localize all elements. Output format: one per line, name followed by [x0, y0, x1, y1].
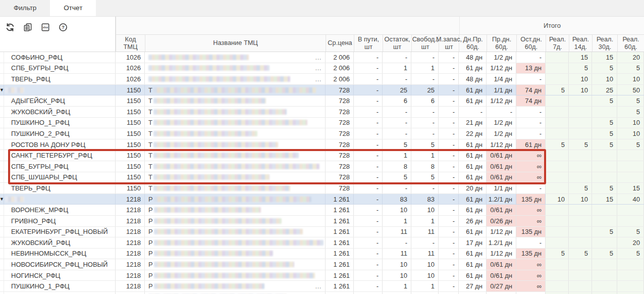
table-row[interactable]: НОГИНСК_РФЦ1218Р1 261-1010-61 дн0/61 дн∞ — [0, 270, 644, 281]
days-remaining-60-cell — [516, 292, 546, 294]
table-row[interactable]: НЕВИННОМЫССК_РФЦ1218Р1 261-1111-61 дн1/1… — [0, 249, 644, 260]
stock-cell: 1 — [383, 63, 411, 74]
column-header-min_stock[interactable]: М.запас, шт — [439, 35, 459, 52]
min-stock-cell: - — [439, 270, 459, 281]
real-30d-cell: 15 — [592, 52, 617, 63]
in-transit-cell: - — [354, 128, 383, 139]
table-row[interactable]: СОФЬИНО_РФЦ1026…2 006----48 дн1/2 дн-151… — [0, 52, 644, 63]
in-transit-cell: - — [354, 270, 383, 281]
tmc-code-cell: 1218 — [116, 249, 145, 259]
collapse-triangle-icon[interactable]: ▼ — [0, 197, 4, 202]
table-row[interactable]: ВОРОНЕЖ_МРФЦ1218Р1 261-1010-61 дн0/61 дн… — [0, 205, 644, 216]
days-present-60-cell — [459, 292, 487, 294]
real-30d-cell — [592, 270, 617, 281]
table-row[interactable]: ПУШКИНО_1_РФЦ1150Т728----21 дн1/2 дн-510 — [0, 118, 644, 129]
real-7d-cell — [546, 150, 569, 161]
row-gutter — [0, 183, 4, 193]
sales-per-day-60-cell: 0/61 дн — [487, 150, 516, 161]
table-row[interactable]: СПБ_БУГРЫ_РФЦ1026…2 006-11-61 дн1/12 дн1… — [0, 63, 644, 74]
table-row[interactable]: ТВЕРЬ_РФЦ1026…2 006----48 дн1/4 дн-10101… — [0, 74, 644, 85]
table-row[interactable]: СПБ_ШУШАРЫ_РФЦ1150Т728-55-61 дн0/61 дн∞ — [0, 172, 644, 183]
column-header-real_14[interactable]: Реал. 14д. — [569, 35, 593, 52]
help-icon[interactable]: ? — [58, 22, 68, 32]
tmc-name-cell: Т — [145, 118, 326, 128]
real-14d-cell — [569, 161, 592, 172]
tab-report[interactable]: Отчет — [50, 0, 96, 16]
header-group-row: Итого — [116, 17, 644, 35]
location-name-cell: НОВОСИБИРСК_РФЦ_НОВЫЙ — [4, 259, 116, 270]
group-row[interactable]: ▼1150Т728-2525-61 дн1/1 дн74 дн5102550 — [0, 85, 644, 96]
real-14d-cell — [569, 259, 592, 270]
days-present-60-cell: 61 дн — [459, 194, 487, 205]
group-row[interactable]: ▼1218Р1 261-8383-61 дн1.2/1 дн135 дн1010… — [0, 194, 644, 205]
table-row[interactable]: РОСТОВ НА ДОНУ РФЦ1150Т728-55-61 дн1/12 … — [0, 139, 644, 151]
column-header-real_60[interactable]: Реал. 60д. — [618, 35, 644, 52]
real-30d-cell: 5 — [592, 183, 617, 193]
copy-icon[interactable] — [23, 22, 33, 32]
column-header-in_transit[interactable]: В пути, шт — [354, 35, 383, 52]
column-header-ost_dn_60[interactable]: Ост.дн. 60д. — [517, 35, 546, 52]
tmc-code-cell: 1218 — [116, 259, 145, 270]
blurred-tmc-name — [148, 76, 290, 82]
table-header: Итого Код ТМЦНазвание ТМЦСр.ценаВ пути, … — [116, 17, 644, 52]
column-header-real_7[interactable]: Реал. 7д. — [546, 35, 569, 52]
tmc-name-prefix: Т — [148, 152, 152, 159]
blurred-tmc-name — [154, 251, 274, 256]
group-toggle[interactable]: ▼ — [0, 85, 4, 95]
avg-price-cell: 1 261 — [326, 259, 354, 270]
real-60d-cell — [617, 292, 644, 294]
tmc-name-cell: Р… — [145, 281, 326, 291]
tmc-name-cell: Р — [145, 270, 326, 281]
days-remaining-60-cell: 61 дн — [516, 139, 546, 150]
column-header-real_30[interactable]: Реал. 30д. — [593, 35, 618, 52]
column-header-pr_dn_60[interactable]: Пр.дн. 60д. — [487, 35, 517, 52]
table-row[interactable]: ЖУКОВСКИЙ_РФЦ1218Р1 261----17 дн1.2/1 дн… — [0, 237, 644, 249]
column-header-free[interactable]: Свобод., шт — [412, 35, 439, 52]
real-60d-cell: 20 — [617, 52, 644, 63]
tmc-code-cell: 1150 — [116, 172, 145, 183]
in-transit-cell: - — [354, 150, 383, 161]
tmc-name-cell: Т — [145, 139, 326, 150]
tab-filter[interactable]: Фильтр — [0, 0, 50, 16]
tmc-name-prefix: Т — [148, 173, 152, 181]
real-60d-cell: 10 — [617, 118, 644, 128]
table-row[interactable]: ПУШКИНО_1_РФЦ1218Р…1 261-11-27 дн0/27 дн… — [0, 281, 644, 292]
stock-cell: - — [383, 128, 411, 139]
real-7d-cell — [546, 237, 569, 248]
table-row[interactable]: СПБ_БУГРЫ_РФЦ1150Т728-88-61 дн0/61 дн∞ — [0, 161, 644, 172]
tmc-code-cell: 1150 — [116, 128, 145, 139]
table-row[interactable]: НОВОСИБИРСК_РФЦ_НОВЫЙ1218Р1 261-1010-61 … — [0, 259, 644, 270]
table-row[interactable]: ТВЕРЬ_РФЦ1150Т728----20 дн1/1 дн-5515 — [0, 183, 644, 194]
real-30d-cell: 10 — [592, 74, 617, 84]
collapse-triangle-icon[interactable]: ▼ — [0, 88, 4, 92]
tmc-name-prefix: Р — [148, 206, 153, 214]
report-window: ФильтрОтчет xlsx ? — [0, 0, 644, 294]
refresh-icon[interactable] — [5, 22, 15, 32]
in-transit-cell: - — [354, 85, 383, 95]
table-row[interactable]: АДЫГЕЙСК_РФЦ1150Т728-66-61 дн1/12 дн74 д… — [0, 95, 644, 107]
column-header-price[interactable]: Ср.цена — [326, 35, 354, 52]
table-row[interactable]: САНКТ_ПЕТЕРБУРГ_РФЦ1150Т728-11-61 дн0/61… — [0, 150, 644, 161]
days-remaining-60-cell: 135 дн — [516, 227, 546, 237]
table-row[interactable]: ЖУКОВСКИЙ_РФЦ1150Т728-------5 — [0, 107, 644, 118]
table-row[interactable]: ЕКАТЕРИНБУРГ_РФЦ_НОВЫЙ1218Р1 261-1111-61… — [0, 227, 644, 238]
table-row[interactable]: ПУШКИНО_2_РФЦ1150Т728----22 дн1/2 дн-510 — [0, 128, 644, 139]
column-header-stock[interactable]: Остаток, шт — [383, 35, 412, 52]
row-gutter — [0, 216, 4, 226]
column-header-dn_pr_60[interactable]: Дн.Пр. 60д. — [459, 35, 487, 52]
row-gutter — [0, 150, 4, 161]
export-xlsx-icon[interactable]: xlsx — [40, 22, 50, 32]
real-60d-cell: 20 — [617, 237, 644, 248]
blurred-group-name — [5, 87, 24, 93]
tmc-code-cell: 1218 — [116, 216, 145, 226]
group-toggle[interactable]: ▼ — [0, 194, 4, 205]
stock-cell: - — [383, 52, 411, 63]
column-header-code[interactable]: Код ТМЦ — [116, 35, 145, 52]
table-row[interactable] — [0, 292, 644, 294]
location-name-cell: НЕВИННОМЫССК_РФЦ — [4, 249, 116, 259]
table-row[interactable]: ГРИВНО_РФЦ1218Р1 261-11-26 дн0/26 дн∞ — [0, 216, 644, 227]
column-header-tmc[interactable]: Название ТМЦ — [145, 35, 326, 52]
row-gutter — [0, 205, 4, 215]
blurred-tmc-name — [154, 229, 303, 234]
blurred-tmc-name — [153, 142, 278, 148]
